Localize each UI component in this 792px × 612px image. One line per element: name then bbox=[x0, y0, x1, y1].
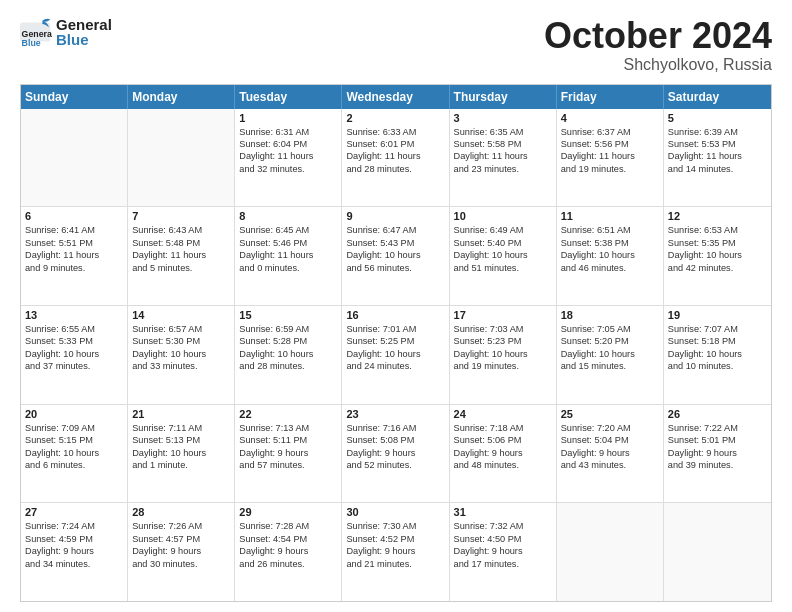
cal-cell-w3-d1: 13Sunrise: 6:55 AMSunset: 5:33 PMDayligh… bbox=[21, 306, 128, 404]
cell-info-line: Sunset: 6:01 PM bbox=[346, 138, 444, 150]
day-number: 3 bbox=[454, 112, 552, 124]
cell-info-line: Sunrise: 7:32 AM bbox=[454, 520, 552, 532]
cell-info-line: Sunrise: 6:35 AM bbox=[454, 126, 552, 138]
cal-cell-w1-d7: 5Sunrise: 6:39 AMSunset: 5:53 PMDaylight… bbox=[664, 109, 771, 207]
day-number: 18 bbox=[561, 309, 659, 321]
cell-info-line: and 57 minutes. bbox=[239, 459, 337, 471]
cell-info-line: and 43 minutes. bbox=[561, 459, 659, 471]
cell-info-line: Sunrise: 6:57 AM bbox=[132, 323, 230, 335]
day-number: 20 bbox=[25, 408, 123, 420]
cell-info-line: and 21 minutes. bbox=[346, 558, 444, 570]
cell-info-line: Daylight: 10 hours bbox=[668, 249, 767, 261]
day-number: 23 bbox=[346, 408, 444, 420]
cell-info-line: Sunrise: 6:41 AM bbox=[25, 224, 123, 236]
cell-info-line: and 24 minutes. bbox=[346, 360, 444, 372]
cal-cell-w1-d5: 3Sunrise: 6:35 AMSunset: 5:58 PMDaylight… bbox=[450, 109, 557, 207]
cell-info-line: Daylight: 9 hours bbox=[132, 545, 230, 557]
cell-info-line: and 5 minutes. bbox=[132, 262, 230, 274]
cell-info-line: Sunset: 4:57 PM bbox=[132, 533, 230, 545]
cal-cell-w3-d7: 19Sunrise: 7:07 AMSunset: 5:18 PMDayligh… bbox=[664, 306, 771, 404]
cal-cell-w3-d3: 15Sunrise: 6:59 AMSunset: 5:28 PMDayligh… bbox=[235, 306, 342, 404]
cell-info-line: and 32 minutes. bbox=[239, 163, 337, 175]
cell-info-line: and 52 minutes. bbox=[346, 459, 444, 471]
day-number: 13 bbox=[25, 309, 123, 321]
cell-info-line: Daylight: 11 hours bbox=[239, 249, 337, 261]
header-tuesday: Tuesday bbox=[235, 85, 342, 109]
cal-cell-w1-d4: 2Sunrise: 6:33 AMSunset: 6:01 PMDaylight… bbox=[342, 109, 449, 207]
cell-info-line: Sunrise: 7:09 AM bbox=[25, 422, 123, 434]
cell-info-line: Sunset: 5:38 PM bbox=[561, 237, 659, 249]
cell-info-line: Sunset: 5:30 PM bbox=[132, 335, 230, 347]
cal-cell-w3-d2: 14Sunrise: 6:57 AMSunset: 5:30 PMDayligh… bbox=[128, 306, 235, 404]
day-number: 16 bbox=[346, 309, 444, 321]
cell-info-line: Sunrise: 7:03 AM bbox=[454, 323, 552, 335]
cell-info-line: Sunset: 4:59 PM bbox=[25, 533, 123, 545]
day-number: 29 bbox=[239, 506, 337, 518]
cell-info-line: and 39 minutes. bbox=[668, 459, 767, 471]
cell-info-line: Sunrise: 7:30 AM bbox=[346, 520, 444, 532]
cell-info-line: Daylight: 10 hours bbox=[25, 348, 123, 360]
cell-info-line: Sunset: 5:46 PM bbox=[239, 237, 337, 249]
cell-info-line: Sunrise: 7:20 AM bbox=[561, 422, 659, 434]
cell-info-line: and 28 minutes. bbox=[239, 360, 337, 372]
cell-info-line: and 9 minutes. bbox=[25, 262, 123, 274]
cell-info-line: Sunrise: 7:07 AM bbox=[668, 323, 767, 335]
logo: General Blue General Blue bbox=[20, 16, 112, 48]
cal-cell-w2-d3: 8Sunrise: 6:45 AMSunset: 5:46 PMDaylight… bbox=[235, 207, 342, 305]
cell-info-line: and 37 minutes. bbox=[25, 360, 123, 372]
cell-info-line: and 51 minutes. bbox=[454, 262, 552, 274]
cell-info-line: Sunrise: 7:11 AM bbox=[132, 422, 230, 434]
week-row-4: 20Sunrise: 7:09 AMSunset: 5:15 PMDayligh… bbox=[21, 404, 771, 503]
cell-info-line: Daylight: 11 hours bbox=[454, 150, 552, 162]
cell-info-line: Daylight: 11 hours bbox=[132, 249, 230, 261]
cell-info-line: and 14 minutes. bbox=[668, 163, 767, 175]
header-sunday: Sunday bbox=[21, 85, 128, 109]
day-number: 10 bbox=[454, 210, 552, 222]
cell-info-line: Sunrise: 6:47 AM bbox=[346, 224, 444, 236]
cell-info-line: Sunset: 5:35 PM bbox=[668, 237, 767, 249]
cal-cell-w2-d5: 10Sunrise: 6:49 AMSunset: 5:40 PMDayligh… bbox=[450, 207, 557, 305]
cell-info-line: Sunrise: 7:24 AM bbox=[25, 520, 123, 532]
cell-info-line: Daylight: 10 hours bbox=[25, 447, 123, 459]
cell-info-line: and 19 minutes. bbox=[561, 163, 659, 175]
cell-info-line: and 28 minutes. bbox=[346, 163, 444, 175]
cell-info-line: Daylight: 9 hours bbox=[239, 447, 337, 459]
cell-info-line: Daylight: 11 hours bbox=[239, 150, 337, 162]
cell-info-line: Daylight: 9 hours bbox=[346, 447, 444, 459]
cell-info-line: Sunset: 5:23 PM bbox=[454, 335, 552, 347]
cell-info-line: and 30 minutes. bbox=[132, 558, 230, 570]
day-number: 21 bbox=[132, 408, 230, 420]
cell-info-line: Sunrise: 6:33 AM bbox=[346, 126, 444, 138]
header: General Blue General Blue October 2024 S… bbox=[20, 16, 772, 74]
day-number: 19 bbox=[668, 309, 767, 321]
header-thursday: Thursday bbox=[450, 85, 557, 109]
cell-info-line: and 23 minutes. bbox=[454, 163, 552, 175]
cell-info-line: Sunset: 5:15 PM bbox=[25, 434, 123, 446]
cell-info-line: Sunset: 5:56 PM bbox=[561, 138, 659, 150]
cell-info-line: and 1 minute. bbox=[132, 459, 230, 471]
cal-cell-w4-d1: 20Sunrise: 7:09 AMSunset: 5:15 PMDayligh… bbox=[21, 405, 128, 503]
cell-info-line: Sunrise: 6:59 AM bbox=[239, 323, 337, 335]
cell-info-line: Daylight: 10 hours bbox=[132, 348, 230, 360]
cell-info-line: and 0 minutes. bbox=[239, 262, 337, 274]
header-monday: Monday bbox=[128, 85, 235, 109]
header-saturday: Saturday bbox=[664, 85, 771, 109]
logo-blue-text: Blue bbox=[56, 32, 112, 47]
cell-info-line: Daylight: 9 hours bbox=[454, 545, 552, 557]
cal-cell-w4-d4: 23Sunrise: 7:16 AMSunset: 5:08 PMDayligh… bbox=[342, 405, 449, 503]
week-row-3: 13Sunrise: 6:55 AMSunset: 5:33 PMDayligh… bbox=[21, 305, 771, 404]
cal-cell-w4-d5: 24Sunrise: 7:18 AMSunset: 5:06 PMDayligh… bbox=[450, 405, 557, 503]
location: Shchyolkovo, Russia bbox=[544, 56, 772, 74]
cal-cell-w1-d1 bbox=[21, 109, 128, 207]
cell-info-line: Daylight: 10 hours bbox=[454, 348, 552, 360]
cal-cell-w5-d5: 31Sunrise: 7:32 AMSunset: 4:50 PMDayligh… bbox=[450, 503, 557, 601]
day-number: 28 bbox=[132, 506, 230, 518]
cal-cell-w4-d6: 25Sunrise: 7:20 AMSunset: 5:04 PMDayligh… bbox=[557, 405, 664, 503]
cell-info-line: Daylight: 10 hours bbox=[561, 348, 659, 360]
cell-info-line: Sunset: 5:43 PM bbox=[346, 237, 444, 249]
day-number: 30 bbox=[346, 506, 444, 518]
cell-info-line: Daylight: 9 hours bbox=[454, 447, 552, 459]
cell-info-line: and 56 minutes. bbox=[346, 262, 444, 274]
day-number: 1 bbox=[239, 112, 337, 124]
cell-info-line: Daylight: 10 hours bbox=[561, 249, 659, 261]
